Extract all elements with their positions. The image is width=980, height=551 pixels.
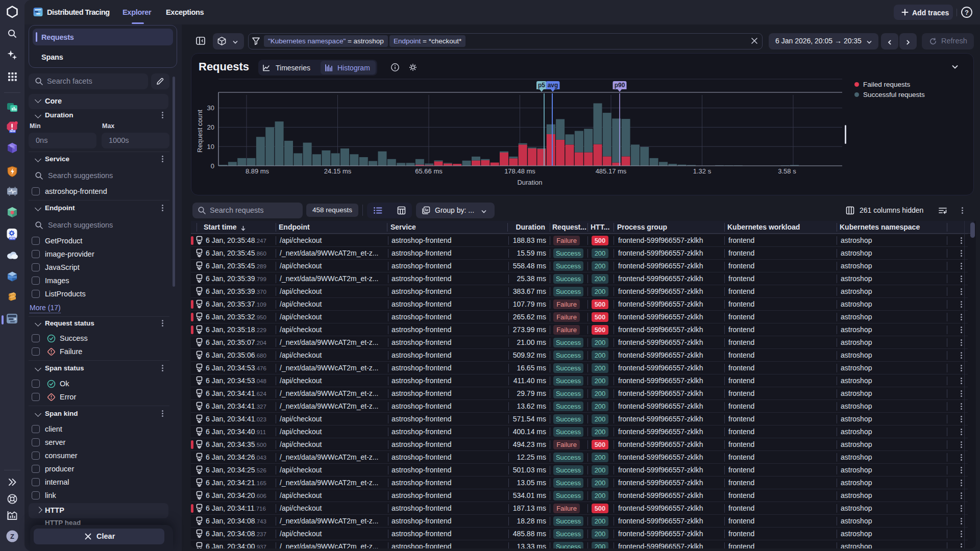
svg-text:NEW: NEW	[10, 130, 15, 133]
svg-text:NEW: NEW	[10, 237, 15, 240]
svg-text:?: ?	[965, 9, 969, 16]
